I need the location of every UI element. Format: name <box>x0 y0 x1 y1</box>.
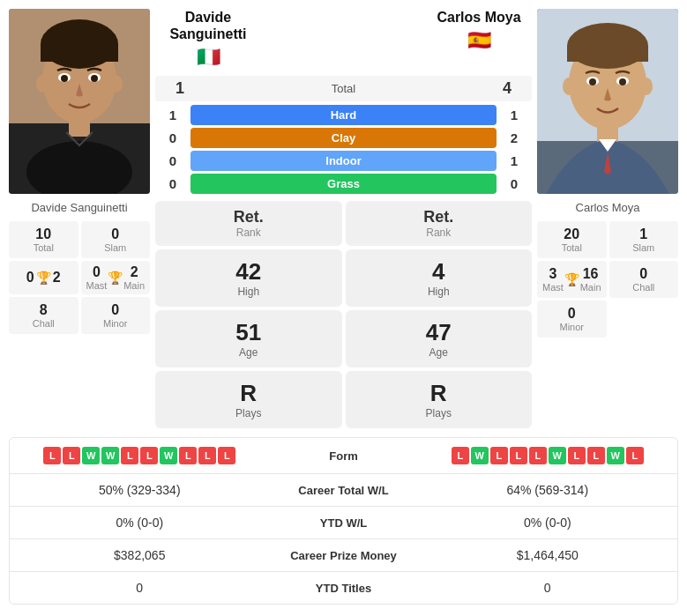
right-player-display-name: Carlos Moya <box>537 197 678 218</box>
left-info-grid: 10 Total 0 Slam 0 🏆 2 0 Mast <box>9 221 150 334</box>
ytd-titles-label: YTD Titles <box>256 582 432 595</box>
left-plays-box: R Plays <box>155 371 342 428</box>
left-main-v: 2 <box>123 264 145 280</box>
form-badge: W <box>101 447 119 464</box>
form-badge: L <box>121 447 138 464</box>
form-badge: W <box>607 447 624 464</box>
left-slam-lbl: Slam <box>85 242 147 253</box>
right-mast-main-cell: 3 Mast 🏆 16 Main <box>537 261 607 298</box>
left-age-lbl: Age <box>164 346 333 359</box>
right-minor-cell: 0 Minor <box>537 301 607 338</box>
form-badge: L <box>529 447 547 464</box>
surf-badge-clay: Clay <box>190 128 497 148</box>
left-career-wl: 50% (329-334) <box>24 483 256 497</box>
surface-row-indoor: 0 Indoor 1 <box>155 151 532 171</box>
form-badge: L <box>587 447 605 464</box>
left-total-score: 1 <box>162 79 198 98</box>
right-total-val: 20 <box>541 226 603 242</box>
left-rank-val: Ret. <box>234 208 264 226</box>
right-age-lbl: Age <box>355 346 524 359</box>
mid-section: Davide Sanguinetti 🇮🇹 Carlos Moya 🇪🇸 1 T… <box>155 9 532 428</box>
left-high-lbl: High <box>164 286 333 298</box>
left-mast-label-cell: 0 Mast 🏆 2 Main <box>81 261 151 294</box>
svg-rect-5 <box>41 44 118 62</box>
left-minor-val: 0 <box>85 302 147 318</box>
right-total-cell: 20 Total <box>537 221 607 258</box>
surface-row-hard: 1 Hard 1 <box>155 105 532 125</box>
surf-right-score: 0 <box>497 176 532 191</box>
right-flag: 🇪🇸 <box>426 29 532 52</box>
form-badge: L <box>510 447 527 464</box>
surface-rows: 1 Hard 1 0 Clay 2 0 Indoor 1 0 Grass 0 <box>155 105 532 194</box>
right-minor-lbl: Minor <box>541 322 603 332</box>
left-player-name: Davide Sanguinetti <box>155 9 261 42</box>
left-slam-cell: 0 Slam <box>81 221 151 258</box>
right-ytd-titles: 0 <box>432 581 664 595</box>
right-mast-l: Mast <box>542 282 564 293</box>
right-high-val: 4 <box>355 258 524 286</box>
form-badge: L <box>43 447 61 464</box>
prize-row: $382,065 Career Prize Money $1,464,450 <box>10 539 677 572</box>
left-form-badges: LLWWLLWLLL <box>24 447 256 464</box>
left-plays-lbl: Plays <box>164 407 333 419</box>
left-name-flag: Davide Sanguinetti 🇮🇹 <box>155 9 261 69</box>
left-mast-cell: 0 🏆 2 <box>9 261 78 294</box>
surf-badge-hard: Hard <box>190 105 497 125</box>
right-main-l: Main <box>580 282 601 293</box>
surf-right-score: 1 <box>497 153 532 168</box>
form-row: LLWWLLWLLL Form LWLLLWLLWL <box>10 438 677 474</box>
svg-point-22 <box>589 78 596 85</box>
left-total-cell: 10 Total <box>9 221 78 258</box>
surf-badge-indoor: Indoor <box>190 151 497 171</box>
form-badge: W <box>549 447 566 464</box>
left-chall-cell: 8 Chall <box>9 297 78 334</box>
form-badge: L <box>179 447 197 464</box>
career-wl-row: 50% (329-334) Career Total W/L 64% (569-… <box>10 474 677 507</box>
surf-left-score: 1 <box>155 108 190 122</box>
left-main-val: 2 <box>53 270 61 286</box>
right-career-wl: 64% (569-314) <box>432 483 664 497</box>
career-wl-label: Career Total W/L <box>256 484 432 497</box>
right-trophy-icon: 🏆 <box>564 272 579 286</box>
ytd-titles-row: 0 YTD Titles 0 <box>10 572 677 604</box>
form-badge: L <box>626 447 644 464</box>
right-prize: $1,464,450 <box>432 548 664 562</box>
name-flags-row: Davide Sanguinetti 🇮🇹 Carlos Moya 🇪🇸 <box>155 9 532 72</box>
left-minor-lbl: Minor <box>85 318 147 329</box>
right-chall-cell: 0 Chall <box>609 261 679 298</box>
left-total-lbl: Total <box>12 242 75 253</box>
left-trophy-icon: 🏆 <box>36 271 51 285</box>
right-name-flag: Carlos Moya 🇪🇸 <box>426 9 532 52</box>
right-info-grid: 20 Total 1 Slam 3 Mast 🏆 16 Main <box>537 221 678 338</box>
form-badge: L <box>198 447 216 464</box>
ytd-wl-row: 0% (0-0) YTD W/L 0% (0-0) <box>10 507 677 539</box>
left-player-section: Davide Sanguinetti 10 Total 0 Slam 0 🏆 2 <box>9 9 150 334</box>
left-mast-val: 0 <box>26 270 34 286</box>
left-rank-box: Ret. Rank <box>155 201 342 246</box>
surf-badge-grass: Grass <box>190 174 497 194</box>
right-age-val: 47 <box>355 319 524 346</box>
right-slam-cell: 1 Slam <box>609 221 679 258</box>
right-high-box: 4 High <box>346 249 533 307</box>
right-plays-box: R Plays <box>346 371 533 428</box>
form-badge: L <box>568 447 586 464</box>
form-badge: W <box>471 447 489 464</box>
right-center-stats: Ret. Rank 4 High 47 Age R Plays <box>346 201 533 428</box>
surf-right-score: 2 <box>497 130 532 145</box>
center-stats-row: Ret. Rank 42 High 51 Age R Plays <box>155 201 532 428</box>
svg-point-11 <box>110 75 123 93</box>
left-player-display-name: Davide Sanguinetti <box>9 197 150 218</box>
left-plays-val: R <box>164 380 333 407</box>
right-chall-lbl: Chall <box>613 282 676 293</box>
right-rank-box: Ret. Rank <box>346 201 533 246</box>
form-badge: W <box>82 447 100 464</box>
right-mast-v: 3 <box>542 266 564 282</box>
left-chall-val: 8 <box>12 302 75 318</box>
svg-point-8 <box>61 75 68 82</box>
right-slam-val: 1 <box>613 226 676 242</box>
left-ytd-titles: 0 <box>24 581 256 595</box>
left-flag: 🇮🇹 <box>155 46 261 69</box>
left-rank-lbl: Rank <box>236 226 261 239</box>
svg-point-10 <box>36 75 49 93</box>
surface-row-grass: 0 Grass 0 <box>155 174 532 194</box>
